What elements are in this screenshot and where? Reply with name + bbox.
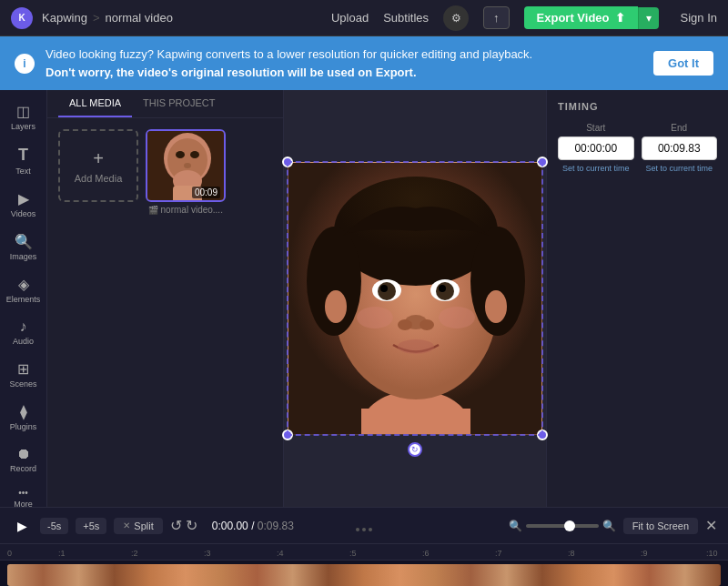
svg-point-27 (485, 290, 507, 323)
sidebar-item-label: Record (10, 464, 36, 473)
media-thumbnail[interactable]: 00:09 (146, 129, 226, 202)
sidebar-item-label: Layers (11, 122, 35, 131)
share-button[interactable]: ↑ (483, 6, 510, 29)
export-icon: ⬆ (615, 11, 625, 25)
handle-top-right[interactable] (537, 157, 548, 167)
chevron-down-icon: ▾ (646, 12, 652, 25)
sidebar-item-scenes[interactable]: ⊞ Scenes (4, 355, 44, 394)
sidebar-item-more[interactable]: ••• More (4, 482, 44, 514)
sidebar-item-layers[interactable]: ◫ Layers (4, 97, 44, 136)
export-main-button[interactable]: Export Video ⬆ (524, 6, 638, 29)
thumb-filename: 🎬 normal video.... (146, 205, 226, 215)
handle-top-left[interactable] (282, 157, 293, 167)
add-media-label: Add Media (75, 173, 123, 184)
zoom-slider-thumb (564, 520, 575, 531)
scenes-icon: ⊞ (17, 360, 29, 378)
zoom-in-icon[interactable]: 🔍 (602, 520, 616, 532)
set-current-start[interactable]: Set to current time (558, 164, 634, 173)
svg-point-4 (190, 151, 199, 158)
ruler-tick-4: :4 (277, 549, 284, 558)
set-current-end[interactable]: Set to current time (642, 164, 718, 173)
canvas-container[interactable]: ↻ (288, 162, 542, 435)
end-label: End (642, 123, 718, 133)
timeline-track[interactable] (0, 561, 728, 586)
sidebar-item-videos[interactable]: ▶ Videos (4, 185, 44, 224)
banner-text: Video looking fuzzy? Kapwing converts to… (46, 45, 642, 81)
plugins-icon: ⧫ (20, 403, 27, 420)
close-timeline-button[interactable]: ✕ (705, 517, 717, 534)
timing-end: End Set to current time (642, 123, 718, 173)
zoom-control: 🔍 🔍 (509, 520, 616, 532)
subtitles-link[interactable]: Subtitles (383, 11, 429, 25)
skip-forward-button[interactable]: +5s (76, 518, 106, 534)
undo-icon: ↺ (170, 518, 182, 533)
video-canvas[interactable] (288, 162, 542, 435)
split-label: Split (134, 520, 153, 531)
record-icon: ⏺ (16, 446, 31, 462)
sidebar-item-label: More (14, 500, 33, 509)
got-it-button[interactable]: Got It (653, 51, 713, 76)
zoom-out-icon[interactable]: 🔍 (509, 520, 522, 532)
left-sidebar: ◫ Layers T Text ▶ Videos 🔍 Images ◈ Elem… (0, 90, 47, 507)
sidebar-item-images[interactable]: 🔍 Images (4, 227, 44, 267)
sidebar-item-text[interactable]: T Text (4, 140, 44, 181)
sidebar-item-plugins[interactable]: ⧫ Plugins (4, 398, 44, 437)
timeline-controls: 🔍 🔍 Fit to Screen ✕ (509, 517, 717, 534)
settings-button[interactable]: ⚙ (443, 5, 469, 31)
timeline-ruler: 0 :1 :2 :3 :4 :5 :6 :7 :8 :9 :10 (0, 544, 728, 561)
plus-icon: + (93, 148, 104, 169)
file-icon: 🎬 (148, 206, 161, 215)
header-nav: Upload Subtitles ⚙ ↑ Export Video ⬆ ▾ Si… (331, 5, 717, 31)
zoom-slider[interactable] (526, 524, 599, 528)
undo-button[interactable]: ↺ (170, 517, 182, 534)
sidebar-item-record[interactable]: ⏺ Record (4, 440, 44, 479)
add-media-button[interactable]: + Add Media (58, 129, 138, 202)
sign-in-button[interactable]: Sign In (681, 11, 717, 25)
ruler-tick-1: :1 (58, 549, 66, 558)
sidebar-item-audio[interactable]: ♪ Audio (4, 313, 44, 351)
sidebar-item-elements[interactable]: ◈ Elements (4, 270, 44, 309)
handle-bottom-right[interactable] (537, 429, 548, 440)
total-time: 0:09.83 (258, 520, 294, 532)
start-input[interactable] (558, 136, 634, 160)
elements-icon: ◈ (18, 276, 29, 293)
split-button[interactable]: ✕ Split (114, 518, 162, 534)
media-tabs: ALL MEDIA THIS PROJECT (47, 90, 283, 118)
tab-all-media[interactable]: ALL MEDIA (58, 90, 132, 117)
breadcrumb: Kapwing > normal video (42, 11, 173, 25)
end-input[interactable] (642, 136, 718, 160)
ruler-tick-6: :6 (422, 549, 430, 558)
tab-this-project[interactable]: THIS PROJECT (132, 90, 226, 117)
redo-button[interactable]: ↻ (186, 517, 197, 534)
media-grid: + Add Media (47, 118, 283, 226)
fit-to-screen-button[interactable]: Fit to Screen (623, 518, 698, 534)
banner-line1: Video looking fuzzy? Kapwing converts to… (46, 47, 532, 61)
ruler-tick-5: :5 (349, 549, 357, 558)
timing-header: TIMING (558, 101, 717, 112)
skip-back-button[interactable]: -5s (40, 518, 68, 534)
svg-point-26 (325, 290, 347, 323)
current-time: 0:00.00 (212, 520, 248, 532)
play-button[interactable]: ▶ (11, 515, 33, 537)
playback-toolbar: ▶ -5s +5s ✕ Split ↺ ↻ 0:00.00 / 0:09.83 … (0, 507, 728, 543)
app-header: K Kapwing > normal video Upload Subtitle… (0, 0, 728, 36)
image-icon: 🔍 (15, 233, 33, 250)
sidebar-item-label: Scenes (9, 379, 36, 389)
svg-point-28 (357, 307, 393, 328)
play-icon: ▶ (17, 519, 27, 533)
svg-point-18 (378, 282, 396, 300)
export-arrow-button[interactable]: ▾ (638, 7, 659, 29)
breadcrumb-app: Kapwing (42, 11, 87, 25)
timeline-area[interactable]: 0 :1 :2 :3 :4 :5 :6 :7 :8 :9 :10 (0, 543, 728, 586)
svg-rect-11 (361, 409, 470, 435)
ruler-tick-9: :9 (641, 549, 648, 558)
right-panel: TIMING Start Set to current time End Set… (546, 90, 728, 507)
upload-link[interactable]: Upload (331, 11, 369, 25)
ruler-tick-3: :3 (204, 549, 211, 558)
handle-bottom-left[interactable] (282, 429, 293, 440)
rotate-handle[interactable]: ↻ (408, 442, 422, 457)
export-button-group: Export Video ⬆ ▾ (524, 6, 659, 29)
canvas-area[interactable]: ↻ (284, 90, 546, 507)
sidebar-item-label: Images (10, 252, 37, 261)
ruler-tick-7: :7 (495, 549, 502, 558)
